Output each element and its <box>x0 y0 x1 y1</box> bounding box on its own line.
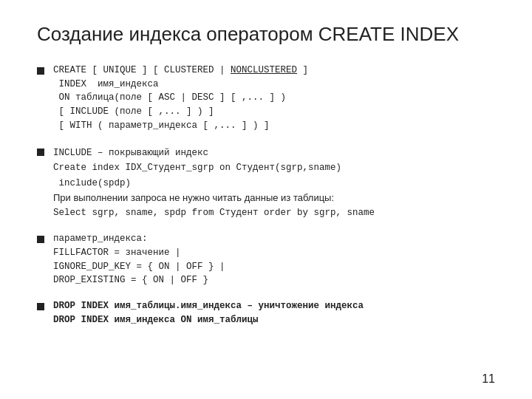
item-text-4: DROP INDEX имя_таблицы.имя_индекса – уни… <box>53 299 364 327</box>
content-list: CREATE [ UNIQUE ] [ CLUSTERED | NONCLUST… <box>37 64 495 327</box>
bullet-icon <box>37 149 44 156</box>
list-item: DROP INDEX имя_таблицы.имя_индекса – уни… <box>37 299 495 327</box>
bullet-icon <box>37 236 44 243</box>
list-item: CREATE [ UNIQUE ] [ CLUSTERED | NONCLUST… <box>37 64 495 133</box>
slide-title: Создание индекса оператором CREATE INDEX <box>37 22 495 47</box>
page-number: 11 <box>482 372 495 386</box>
bullet-icon <box>37 67 44 75</box>
list-item: параметр_индекса: FILLFACTOR = значение … <box>37 232 495 287</box>
list-item: INCLUDE – покрывающий индекс Create inde… <box>37 145 495 221</box>
bullet-icon <box>37 303 44 310</box>
item-text-3: параметр_индекса: FILLFACTOR = значение … <box>53 232 225 287</box>
item-text-1: CREATE [ UNIQUE ] [ CLUSTERED | NONCLUST… <box>53 64 308 133</box>
item-text-2: INCLUDE – покрывающий индекс Create inde… <box>53 145 375 221</box>
slide: Создание индекса оператором CREATE INDEX… <box>0 0 532 399</box>
